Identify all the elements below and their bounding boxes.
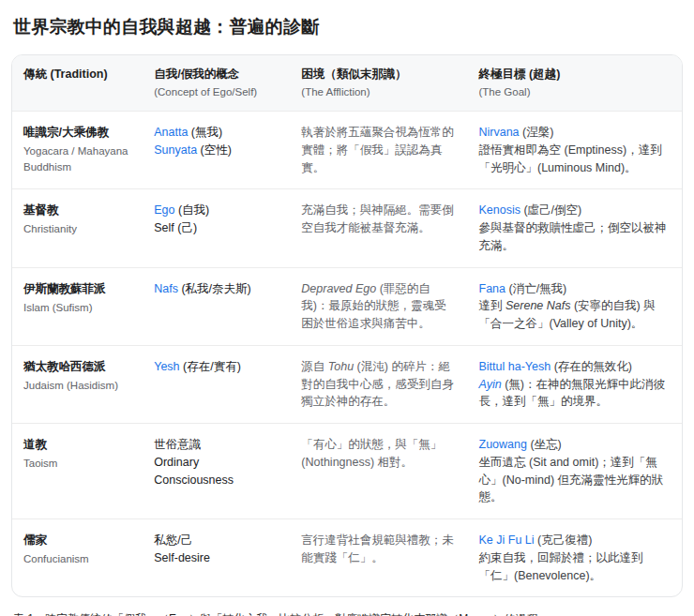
goal-cell-line: 達到 Serene Nafs (安寧的自我) 與「合一之谷」(Valley of… xyxy=(479,297,671,333)
concept-cell-line: Self (己) xyxy=(154,219,279,237)
text-segment: 「有心」的狀態，與「無」(Nothingness) 相對。 xyxy=(301,438,442,469)
affliction-cell-line: Depraved Ego (罪惡的自我)：最原始的狀態，靈魂受困於世俗追求與痛苦… xyxy=(301,280,456,333)
concept-cell-line: 私慾/己 xyxy=(154,532,279,549)
concept-cell-line: Anatta (無我) xyxy=(154,124,279,142)
column-header-sub: (Concept of Ego/Self) xyxy=(154,85,279,100)
tradition-name-zh: 猶太教哈西德派 xyxy=(23,358,131,375)
concept-cell-line: 世俗意識 xyxy=(154,436,279,454)
goal-cell-line: 參與基督的救贖性虛己；倒空以被神充滿。 xyxy=(479,219,671,255)
text-segment: 執著於將五蘊聚合視為恆常的實體；將「假我」誤認為真實。 xyxy=(301,126,454,174)
text-segment: 言行違背社會規範與禮教；未能實踐「仁」。 xyxy=(301,533,454,564)
term-link[interactable]: Sunyata xyxy=(154,143,197,157)
text-segment: Self (己) xyxy=(154,221,197,234)
affliction-cell: 「有心」的狀態，與「無」(Nothingness) 相對。 xyxy=(290,424,467,519)
goal-cell: Kenosis (虛己/倒空)參與基督的救贖性虛己；倒空以被神充滿。 xyxy=(468,189,683,267)
tradition-cell: 基督教Christianity xyxy=(12,189,143,267)
text-segment: Serene Nafs xyxy=(505,299,570,312)
tradition-name-en: Islam (Sufism) xyxy=(23,300,131,316)
affliction-cell-line: 充滿自我；與神隔絕。需要倒空自我才能被基督充滿。 xyxy=(301,202,456,237)
concept-cell-line: Self-desire xyxy=(154,549,279,567)
concept-cell: Nafs (私我/奈夫斯) xyxy=(143,267,290,345)
affliction-cell-line: 「有心」的狀態，與「無」(Nothingness) 相對。 xyxy=(301,436,456,472)
goal-cell: Nirvana (涅槃)證悟實相即為空 (Emptiness)，達到「光明心」(… xyxy=(468,112,683,189)
column-header-sub: (The Affliction) xyxy=(301,85,456,100)
term-link[interactable]: Anatta xyxy=(154,126,188,139)
column-header-main: 自我/假我的概念 xyxy=(154,67,279,83)
goal-cell: Fana (消亡/無我)達到 Serene Nafs (安寧的自我) 與「合一之… xyxy=(468,267,683,345)
tradition-name-zh: 儒家 xyxy=(23,532,131,548)
column-header-main: 困境（類似末那識） xyxy=(301,67,456,83)
tradition-name-zh: 道教 xyxy=(23,436,131,453)
comparison-table: 傳統 (Tradition)自我/假我的概念(Concept of Ego/Se… xyxy=(12,55,682,596)
table-row: 猶太教哈西德派Judaism (Hasidism)Yesh (存在/實有)源自 … xyxy=(12,345,682,423)
text-segment: (存在的無效化) xyxy=(551,360,632,373)
table-head: 傳統 (Tradition)自我/假我的概念(Concept of Ego/Se… xyxy=(12,55,682,112)
column-header: 傳統 (Tradition) xyxy=(12,55,143,112)
tradition-cell: 道教Taoism xyxy=(12,424,143,519)
text-segment: 充滿自我；與神隔絕。需要倒空自我才能被基督充滿。 xyxy=(301,203,454,234)
text-segment: 私慾/己 xyxy=(154,533,192,547)
affliction-cell: 言行違背社會規範與禮教；未能實踐「仁」。 xyxy=(290,519,467,597)
text-segment: 達到 xyxy=(479,299,505,312)
affliction-cell: 源自 Tohu (混沌) 的碎片：絕對的自我中心感，感受到自身獨立於神的存在。 xyxy=(290,345,467,423)
text-segment: 坐而遺忘 (Sit and omit)；達到「無心」(No-mind) 但充滿靈… xyxy=(479,456,664,504)
tradition-name-en: Taoism xyxy=(23,456,131,472)
term-link[interactable]: Fana xyxy=(479,282,506,295)
text-segment: (消亡/無我) xyxy=(505,282,566,295)
tradition-name-en: Confucianism xyxy=(23,551,131,567)
text-segment: (私我/奈夫斯) xyxy=(178,282,251,295)
affliction-cell-line: 言行違背社會規範與禮教；未能實踐「仁」。 xyxy=(301,532,456,567)
table-head-row: 傳統 (Tradition)自我/假我的概念(Concept of Ego/Se… xyxy=(12,55,682,112)
page-title: 世界宗教中的自我與超越：普遍的診斷 xyxy=(13,15,683,39)
concept-cell: Yesh (存在/實有) xyxy=(143,345,290,423)
concept-cell-line: Ego (自我) xyxy=(154,202,279,219)
goal-cell-line: 約束自我，回歸於禮；以此達到「仁」(Benevolence)。 xyxy=(479,549,671,585)
term-link[interactable]: Bittul ha-Yesh xyxy=(479,360,551,373)
text-segment: 證悟實相即為空 (Emptiness)，達到「光明心」(Luminous Min… xyxy=(479,143,662,174)
column-header: 終極目標 (超越)(The Goal) xyxy=(468,55,683,112)
text-segment: (存在/實有) xyxy=(180,360,241,373)
column-header: 自我/假我的概念(Concept of Ego/Self) xyxy=(143,55,290,112)
table-row: 伊斯蘭教蘇菲派Islam (Sufism)Nafs (私我/奈夫斯)Deprav… xyxy=(12,267,682,345)
text-segment: (無我) xyxy=(188,126,222,139)
text-segment: (自我) xyxy=(174,203,209,217)
table-row: 道教Taoism世俗意識Ordinary Consciousness「有心」的狀… xyxy=(12,424,682,519)
tradition-name-en: Judaism (Hasidism) xyxy=(23,378,131,394)
goal-cell-line: Ayin (無)：在神的無限光輝中此消彼長，達到「無」的境界。 xyxy=(479,376,671,412)
table-row: 唯識宗/大乘佛教Yogacara / Mahayana BuddhismAnat… xyxy=(12,112,682,189)
table-body: 唯識宗/大乘佛教Yogacara / Mahayana BuddhismAnat… xyxy=(12,112,682,597)
text-segment: 世俗意識 xyxy=(154,438,201,451)
goal-cell-line: Kenosis (虛己/倒空) xyxy=(479,202,671,219)
goal-cell-line: Zuowang (坐忘) xyxy=(479,436,671,454)
text-segment: (空性) xyxy=(197,143,232,157)
term-link[interactable]: Kenosis xyxy=(479,203,520,217)
goal-cell: Ke Ji Fu Li (克己復禮)約束自我，回歸於禮；以此達到「仁」(Bene… xyxy=(468,519,683,597)
concept-cell-line: Nafs (私我/奈夫斯) xyxy=(154,280,279,298)
tradition-cell: 猶太教哈西德派Judaism (Hasidism) xyxy=(12,345,143,423)
text-segment: Tohu xyxy=(328,360,354,373)
term-link[interactable]: Ke Ji Fu Li xyxy=(479,533,535,547)
term-link[interactable]: Yesh xyxy=(154,360,179,373)
goal-cell: Bittul ha-Yesh (存在的無效化)Ayin (無)：在神的無限光輝中… xyxy=(468,345,683,423)
concept-cell: Anatta (無我)Sunyata (空性) xyxy=(143,112,290,189)
text-segment: (克己復禮) xyxy=(535,533,593,547)
affliction-cell: 充滿自我；與神隔絕。需要倒空自我才能被基督充滿。 xyxy=(290,189,467,267)
term-link[interactable]: Zuowang xyxy=(479,438,527,451)
concept-cell-line: Ordinary Consciousness xyxy=(154,454,279,489)
affliction-cell: Depraved Ego (罪惡的自我)：最原始的狀態，靈魂受困於世俗追求與痛苦… xyxy=(290,267,467,345)
goal-cell-line: Ke Ji Fu Li (克己復禮) xyxy=(479,532,671,549)
term-link[interactable]: Nirvana xyxy=(479,126,520,139)
concept-cell-line: Sunyata (空性) xyxy=(154,142,279,159)
affliction-cell-line: 源自 Tohu (混沌) 的碎片：絕對的自我中心感，感受到自身獨立於神的存在。 xyxy=(301,358,456,411)
tradition-name-en: Christianity xyxy=(23,221,131,237)
term-link[interactable]: Ego xyxy=(154,203,174,217)
goal-cell-line: 證悟實相即為空 (Emptiness)，達到「光明心」(Luminous Min… xyxy=(479,142,671,177)
table-row: 基督教ChristianityEgo (自我)Self (己)充滿自我；與神隔絕… xyxy=(12,189,682,267)
text-segment: (無)：在神的無限光輝中此消彼長，達到「無」的境界。 xyxy=(479,378,666,409)
goal-cell-line: Fana (消亡/無我) xyxy=(479,280,671,298)
table-row: 儒家Confucianism私慾/己Self-desire言行違背社會規範與禮教… xyxy=(12,519,682,597)
term-link[interactable]: Ayin xyxy=(479,378,502,391)
text-segment: (虛己/倒空) xyxy=(520,203,581,217)
term-link[interactable]: Nafs xyxy=(154,282,178,295)
affliction-cell: 執著於將五蘊聚合視為恆常的實體；將「假我」誤認為真實。 xyxy=(290,112,467,189)
